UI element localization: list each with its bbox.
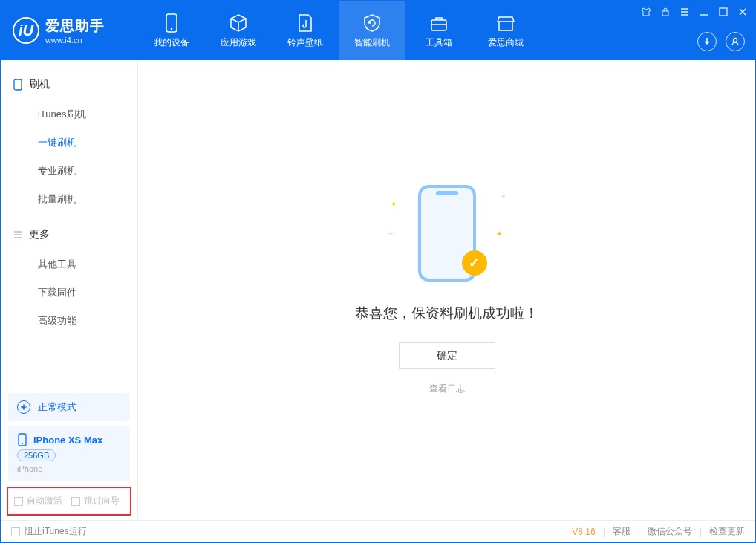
app-subtitle: www.i4.cn	[45, 36, 105, 45]
logo-icon: iU	[13, 17, 39, 44]
logo-text: 爱思助手 www.i4.cn	[45, 16, 105, 45]
sidebar: 刷机 iTunes刷机 一键刷机 专业刷机 批量刷机 更多 其他工具 下载固件 …	[1, 60, 138, 520]
svg-rect-3	[662, 11, 668, 16]
svg-point-9	[22, 443, 23, 444]
nav-tabs: 我的设备 应用游戏 铃声壁纸 智能刷机	[138, 1, 539, 60]
maximize-button[interactable]	[717, 5, 730, 19]
app-window: iU 爱思助手 www.i4.cn 我的设备 应用游戏	[0, 0, 756, 543]
nav-tab-store[interactable]: 爱思商城	[472, 1, 539, 60]
sidebar-section-more[interactable]: 更多	[1, 224, 137, 246]
svg-point-1	[171, 27, 173, 30]
success-message: 恭喜您，保资料刷机成功啦！	[355, 304, 538, 323]
check-badge-icon: ✓	[462, 250, 487, 276]
app-title: 爱思助手	[45, 16, 105, 36]
mode-icon	[17, 400, 30, 414]
nav-tab-ringtones[interactable]: 铃声壁纸	[272, 1, 339, 60]
sidebar-items-more: 其他工具 下载固件 高级功能	[1, 246, 137, 345]
sidebar-item-oneclick-flash[interactable]: 一键刷机	[1, 129, 137, 157]
sidebar-items-flash: iTunes刷机 一键刷机 专业刷机 批量刷机	[1, 96, 137, 224]
view-log-link[interactable]: 查看日志	[429, 383, 465, 395]
section-title: 更多	[29, 228, 50, 241]
close-button[interactable]	[736, 5, 749, 19]
svg-point-5	[734, 39, 737, 42]
svg-rect-6	[14, 79, 22, 90]
sparkle-icon: ✦	[496, 230, 502, 238]
auto-activate-checkbox[interactable]: 自动激活	[14, 495, 62, 507]
titlebar: iU 爱思助手 www.i4.cn 我的设备 应用游戏	[1, 1, 755, 60]
sidebar-item-advanced[interactable]: 高级功能	[1, 307, 137, 335]
mode-card[interactable]: 正常模式	[8, 393, 130, 421]
checkbox-icon[interactable]	[11, 527, 20, 536]
svg-rect-4	[720, 8, 727, 16]
sparkle-icon: ✦	[501, 192, 506, 201]
store-icon	[495, 13, 516, 33]
success-illustration: ✦ ✦ ✦ ✦ ✓	[388, 185, 506, 289]
svg-rect-2	[431, 20, 446, 30]
device-type: iPhone	[17, 464, 121, 473]
sidebar-item-batch-flash[interactable]: 批量刷机	[1, 185, 137, 213]
sidebar-item-pro-flash[interactable]: 专业刷机	[1, 157, 137, 185]
phone-icon	[17, 433, 27, 446]
main-content: ✦ ✦ ✦ ✦ ✓ 恭喜您，保资料刷机成功啦！ 确定 查看日志	[138, 60, 755, 520]
minimize-button[interactable]	[697, 5, 711, 19]
sparkle-icon: ✦	[391, 200, 397, 208]
wechat-link[interactable]: 微信公众号	[648, 525, 692, 538]
sidebar-item-download-firmware[interactable]: 下载固件	[1, 279, 137, 307]
check-update-link[interactable]: 检查更新	[709, 525, 745, 538]
device-card[interactable]: iPhone XS Max 256GB iPhone	[8, 426, 130, 481]
device-storage-badge: 256GB	[17, 449, 56, 461]
nav-tab-flash[interactable]: 智能刷机	[339, 1, 405, 60]
user-button[interactable]	[726, 32, 745, 51]
nav-label: 我的设备	[154, 36, 189, 49]
logo-area: iU 爱思助手 www.i4.cn	[1, 1, 138, 60]
sidebar-section-flash[interactable]: 刷机	[1, 74, 137, 96]
version-label: V8.16	[572, 527, 595, 537]
nav-tab-toolbox[interactable]: 工具箱	[405, 1, 472, 60]
skip-guide-checkbox[interactable]: 跳过向导	[71, 495, 120, 507]
nav-label: 工具箱	[426, 36, 452, 49]
support-link[interactable]: 客服	[613, 525, 630, 538]
sparkle-icon: ✦	[388, 230, 394, 238]
list-icon	[13, 230, 23, 239]
window-controls	[639, 5, 749, 19]
refresh-shield-icon	[362, 13, 382, 33]
lock-icon[interactable]	[659, 5, 672, 19]
nav-label: 智能刷机	[354, 36, 390, 49]
nav-label: 铃声壁纸	[287, 36, 323, 49]
nav-tab-device[interactable]: 我的设备	[138, 1, 205, 60]
statusbar: 阻止iTunes运行 V8.16 | 客服 | 微信公众号 | 检查更新	[1, 520, 755, 542]
menu-icon[interactable]	[678, 5, 691, 19]
phone-small-icon	[13, 79, 23, 91]
download-button[interactable]	[697, 32, 717, 51]
nav-label: 应用游戏	[221, 36, 256, 49]
shirt-icon[interactable]	[639, 5, 653, 19]
cube-icon	[228, 13, 249, 33]
ok-button[interactable]: 确定	[399, 342, 495, 369]
body-area: 刷机 iTunes刷机 一键刷机 专业刷机 批量刷机 更多 其他工具 下载固件 …	[1, 60, 755, 520]
checkbox-label: 自动激活	[27, 495, 62, 507]
mode-label: 正常模式	[38, 400, 76, 414]
checkbox-icon	[71, 497, 80, 506]
svg-point-7	[22, 406, 25, 409]
highlighted-options-box: 自动激活 跳过向导	[7, 487, 131, 516]
nav-label: 爱思商城	[488, 36, 524, 49]
sidebar-item-other-tools[interactable]: 其他工具	[1, 250, 137, 279]
section-title: 刷机	[29, 78, 50, 91]
sidebar-item-itunes-flash[interactable]: iTunes刷机	[1, 100, 137, 129]
device-icon	[161, 13, 182, 33]
block-itunes-label[interactable]: 阻止iTunes运行	[25, 525, 87, 538]
music-file-icon	[295, 13, 316, 33]
device-name: iPhone XS Max	[33, 435, 102, 446]
toolbox-icon	[428, 13, 449, 33]
nav-tab-apps[interactable]: 应用游戏	[205, 1, 272, 60]
checkbox-icon	[14, 497, 23, 506]
titlebar-actions	[697, 32, 745, 51]
checkbox-label: 跳过向导	[84, 495, 120, 507]
